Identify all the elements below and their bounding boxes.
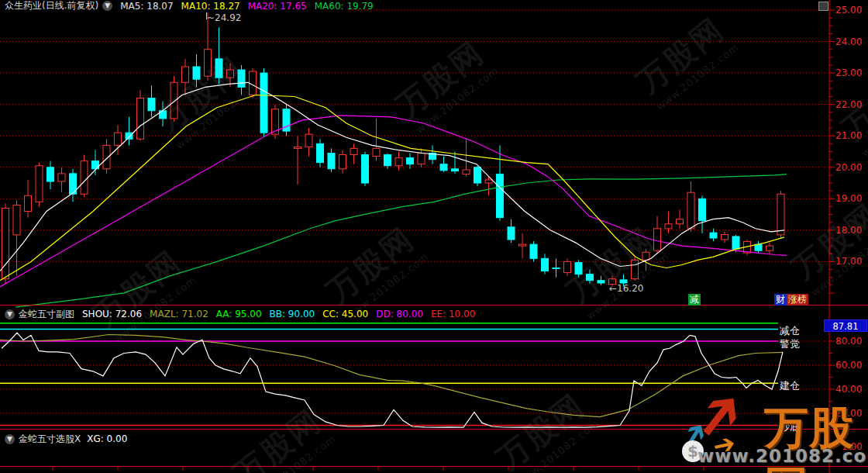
signal-label: 抄底	[780, 420, 800, 434]
indicator-header: ▼ 金蛇五寸副图 SHOU: 72.06MAZL: 71.02AA: 95.00…	[5, 309, 475, 319]
chart-canvas: 25.0024.0023.0022.0021.0020.0019.0018.00…	[0, 0, 868, 473]
zhangbang-badge[interactable]: 涨榜	[787, 294, 808, 306]
corner-marker-icon	[818, 2, 828, 11]
indicator-axis-label: 80.00	[835, 336, 862, 347]
candle-body	[508, 227, 515, 240]
price-label: 25.00	[835, 5, 862, 16]
candle-body	[654, 229, 661, 250]
price-label: 20.00	[835, 162, 862, 173]
candle-body	[328, 154, 335, 169]
candle-body	[463, 170, 470, 174]
candle-body	[148, 98, 155, 111]
chevron-down-icon[interactable]: ▼	[102, 1, 112, 11]
candle-body	[25, 195, 32, 211]
candle-body	[542, 258, 549, 271]
candle-body	[137, 98, 144, 140]
candle-body	[47, 167, 54, 181]
high-annotation: ~24.92	[206, 12, 241, 23]
candle-body	[395, 158, 402, 166]
candle-body	[418, 154, 425, 164]
candle-body	[373, 148, 380, 156]
candle-body	[36, 166, 43, 202]
price-label: 21.00	[835, 130, 862, 141]
candle-body	[294, 147, 301, 148]
indicator-value-box: 87.81	[824, 319, 867, 332]
indicator-axis-label: 40.00	[835, 384, 862, 395]
candle-body	[564, 261, 571, 272]
ma-label: MA10: 18.27	[181, 1, 240, 12]
signal-label: 警觉	[780, 337, 800, 351]
candle-body	[58, 174, 65, 181]
candle-body	[350, 148, 357, 154]
price-label: 23.00	[835, 67, 862, 78]
indicator-param: DD: 80.00	[376, 309, 423, 319]
ma-label: MA5: 18.07	[120, 1, 173, 12]
chevron-down-icon[interactable]: ▼	[5, 434, 15, 444]
candle-body	[598, 281, 604, 283]
candle-body	[677, 219, 684, 224]
xg-header: ▼ 金蛇五寸选股X XG: 0.00	[5, 433, 127, 444]
candle-body	[553, 268, 560, 269]
candle-body	[732, 236, 739, 249]
candle-body	[305, 134, 312, 147]
candle-body	[766, 246, 773, 250]
candle-body	[260, 73, 267, 133]
candle-body	[182, 67, 189, 82]
caizhangbang-badge[interactable]: 财涨榜	[774, 294, 808, 306]
indicator-axis-label: 60.00	[835, 360, 862, 371]
indicator-axis-label: 20.00	[835, 408, 862, 419]
candle-body	[81, 161, 88, 195]
indicator-name[interactable]: 金蛇五寸副图	[19, 308, 74, 321]
candle-body	[474, 167, 481, 183]
ma-label: MA20: 17.65	[248, 1, 307, 12]
candle-body	[699, 199, 706, 220]
candle-body	[687, 192, 694, 229]
price-label: 18.00	[835, 225, 862, 236]
candle-body	[2, 208, 9, 278]
xg-axis-label: 1.00	[842, 441, 863, 452]
candle-body	[642, 252, 649, 260]
candle-body	[665, 224, 672, 229]
candle-body	[632, 260, 639, 278]
candle-body	[205, 50, 212, 76]
price-label: 24.00	[835, 36, 862, 47]
price-label: 19.00	[835, 193, 862, 204]
ma60-line	[16, 174, 787, 308]
ma-value-labels: MA5: 18.07MA10: 18.27MA20: 17.65MA60: 19…	[112, 1, 374, 12]
chevron-down-icon[interactable]: ▼	[5, 309, 15, 319]
candle-body	[407, 158, 414, 164]
xg-name[interactable]: 金蛇五寸选股X	[19, 433, 81, 446]
indicator-param: MAZL: 71.02	[150, 309, 208, 319]
mazl-line	[0, 335, 783, 417]
candle-body	[13, 205, 20, 235]
stock-title: 众生药业(日线.前复权)	[5, 0, 98, 12]
candle-body	[755, 244, 762, 250]
candle-body	[485, 180, 492, 183]
indicator-param: CC: 45.00	[322, 309, 368, 319]
main-grid	[0, 10, 829, 261]
candle-body	[126, 133, 133, 139]
xg-value: XG: 0.00	[87, 433, 127, 444]
cai-badge[interactable]: 财	[774, 294, 787, 306]
candle-body	[339, 155, 346, 169]
title-bar: 众生药业(日线.前复权) ▼ MA5: 18.07MA10: 18.27MA20…	[5, 0, 374, 12]
candle-body	[115, 133, 122, 145]
low-annotation: ←16.20	[609, 283, 643, 294]
candle-body	[384, 155, 391, 166]
indicator-params: SHOU: 72.06MAZL: 71.02AA: 95.00BB: 90.00…	[74, 309, 475, 319]
stock-chart-window: 25.0024.0023.0022.0021.0020.0019.0018.00…	[0, 0, 868, 473]
candle-body	[722, 235, 728, 240]
candle-body	[575, 263, 582, 274]
candle-body	[193, 67, 200, 79]
candle-body	[710, 233, 717, 238]
price-label: 17.00	[835, 256, 862, 267]
candle-body	[317, 143, 324, 162]
candle-body	[103, 145, 110, 168]
price-axis-labels: 25.0024.0023.0022.0021.0020.0019.0018.00…	[829, 5, 862, 293]
candle-body	[440, 164, 447, 171]
candle-body	[215, 59, 222, 78]
ma10-line	[0, 95, 784, 281]
candle-body	[777, 194, 784, 235]
reduce-badge[interactable]: 减	[688, 294, 701, 306]
ma-label: MA60: 19.79	[315, 1, 374, 12]
